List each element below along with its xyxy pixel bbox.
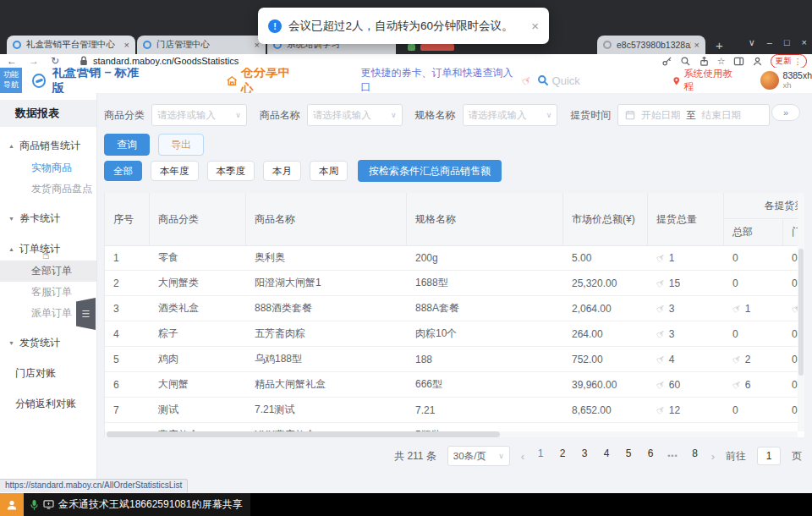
side-panel-icon[interactable] <box>733 56 744 67</box>
warehouse-share-center-link[interactable]: 仓分享中心 <box>226 68 300 96</box>
page-button[interactable]: 6 <box>645 447 656 464</box>
table-cell: 阳澄湖大闸蟹1 <box>246 271 407 295</box>
table-cell: ☞2 <box>724 347 783 371</box>
minimize-button[interactable]: – <box>767 37 772 48</box>
fn-nav-line1: 功能 <box>0 70 22 80</box>
tutorial-link[interactable]: 系统使用教程 <box>672 68 740 93</box>
next-page-button[interactable]: › <box>711 450 715 463</box>
filter-collapse-button[interactable]: » <box>771 104 800 121</box>
table-header: 序号 商品分类 商品名称 规格名称 市场价总额(¥) 提货总量 各提货渠道 总部… <box>105 193 804 245</box>
sidebar-item[interactable]: 全部订单 <box>0 261 96 282</box>
range-tab[interactable]: 本年度 <box>151 161 199 181</box>
extension-icon[interactable] <box>408 44 415 51</box>
forward-icon[interactable]: → <box>29 55 39 67</box>
sidebar-item[interactable]: 客服订单 <box>0 282 96 303</box>
sidebar-item[interactable]: 分销返利对账 <box>0 392 96 415</box>
key-icon[interactable] <box>661 56 672 67</box>
toast-message: 会议已超过2人，自动转为60分钟限时会议。 <box>288 19 526 34</box>
table-row: 7测试7.21测试7.218,652.00☞1200 <box>105 398 804 423</box>
summary-button[interactable]: 按检索条件汇总商品销售额 <box>358 160 502 182</box>
chrome-update-button[interactable]: 更新 ⋮ <box>771 54 808 69</box>
user-account[interactable]: 8385xh xh <box>760 71 812 90</box>
export-button[interactable]: 导出 <box>158 134 204 156</box>
filter-label: 商品名称 <box>260 108 300 123</box>
close-button[interactable]: × <box>802 37 807 48</box>
new-tab-button[interactable]: + <box>716 38 723 52</box>
share-icon[interactable] <box>699 56 710 67</box>
browser-tab[interactable]: 礼盒营销平台管理中心× <box>7 36 135 54</box>
prev-page-button[interactable]: ‹ <box>521 450 524 463</box>
sidebar-item[interactable]: 门店对账 <box>0 361 96 385</box>
chevron-down-icon: ∨ <box>546 111 552 119</box>
zoom-icon[interactable] <box>680 56 691 67</box>
tab-title: e8c573980b1328a258fd2e6 <box>617 40 691 50</box>
table-cell: 1688型 <box>407 271 563 295</box>
horizontal-scrollbar[interactable] <box>105 431 798 437</box>
page-button[interactable]: 3 <box>579 447 590 464</box>
range-tab[interactable]: 全部 <box>104 161 142 181</box>
filter-select[interactable]: 请选择或输入∨ <box>307 104 403 126</box>
cell-value: 3 <box>669 303 675 315</box>
page-button[interactable]: 5 <box>623 447 634 464</box>
sidebar-item[interactable]: 发货商品盘点 <box>0 178 96 200</box>
search-button[interactable]: 查询 <box>104 134 150 156</box>
range-tab[interactable]: 本季度 <box>207 161 255 181</box>
sidebar-section[interactable]: ▼券卡统计 <box>0 206 96 230</box>
goods-table: 序号 商品分类 商品名称 规格名称 市场价总额(¥) 提货总量 各提货渠道 总部… <box>104 193 804 437</box>
page-size-select[interactable]: 30条/页 ∨ <box>447 446 510 466</box>
back-icon[interactable]: ← <box>7 55 17 67</box>
page-button[interactable]: 1 <box>535 447 546 464</box>
share-status-pill: 金禾通技术王斌18662591081的屏幕共享 <box>24 493 250 516</box>
filter-select[interactable]: 请选择或输入∨ <box>463 104 558 126</box>
table-body: 1零食奥利奥200g5.00☞1002大闸蟹类阳澄湖大闸蟹11688型25,32… <box>105 245 804 437</box>
sidebar-collapse-handle[interactable]: ☰ <box>76 298 96 330</box>
quick-label[interactable]: Quick <box>552 74 580 87</box>
scrollbar-thumb[interactable] <box>107 431 500 437</box>
tab-close-icon[interactable]: × <box>124 40 129 50</box>
url-text[interactable]: standard.maboy.cn/GoodsStatistics <box>93 56 239 66</box>
avatar <box>760 71 779 90</box>
reload-icon[interactable]: ↻ <box>51 55 59 67</box>
vertical-scrollbar[interactable] <box>798 193 804 431</box>
range-tab[interactable]: 本月 <box>263 161 301 181</box>
page-button[interactable]: 8 <box>690 447 700 464</box>
page-button[interactable]: 4 <box>601 447 612 464</box>
sidebar-section-label: 商品销售统计 <box>19 139 80 153</box>
bookmark-star-icon[interactable]: ☆ <box>717 56 726 67</box>
date-range-picker[interactable]: 开始日期 至 结束日期 <box>617 104 770 126</box>
table-cell: 5 <box>105 347 150 371</box>
profile-icon[interactable] <box>752 56 763 67</box>
sidebar-section[interactable]: ▼发货统计 <box>0 331 96 354</box>
caret-icon: ▲ <box>8 246 14 252</box>
page-button[interactable]: ••• <box>667 447 678 464</box>
table-cell: ☞3 <box>648 296 724 321</box>
table-cell: 752.00 <box>563 347 648 371</box>
table-cell: ☞6 <box>724 372 783 397</box>
browser-tab-hash[interactable]: e8c573980b1328a258fd2e6 × <box>597 36 705 54</box>
toast-close-icon[interactable]: × <box>531 19 539 33</box>
function-nav-button[interactable]: 功能 导航 <box>0 68 22 93</box>
date-end-placeholder[interactable]: 结束日期 <box>702 109 741 122</box>
tab-search-icon[interactable]: ∨ <box>749 37 755 48</box>
sidebar-section[interactable]: ▲商品销售统计 <box>0 134 96 157</box>
sidebar-item[interactable]: 实物商品 <box>0 157 96 178</box>
window-controls: ∨ – □ × <box>749 37 807 48</box>
range-tab[interactable]: 本周 <box>310 161 348 181</box>
date-to-label: 至 <box>686 109 696 122</box>
date-start-placeholder[interactable]: 开始日期 <box>641 109 680 122</box>
table-cell: 188 <box>407 347 563 371</box>
page-size-value: 30条/页 <box>453 450 486 463</box>
table-cell: ☞15 <box>648 271 724 295</box>
page-button[interactable]: 2 <box>557 447 568 464</box>
extension-icon[interactable] <box>420 44 454 51</box>
goto-page-input[interactable] <box>757 447 781 465</box>
scrollbar-thumb[interactable] <box>798 249 804 376</box>
maximize-button[interactable]: □ <box>784 37 790 48</box>
tab-close-icon[interactable]: × <box>694 40 700 50</box>
filter-select[interactable]: 请选择或输入∨ <box>151 104 247 126</box>
table-cell: 大闸蟹类 <box>150 271 246 295</box>
table-cell: ☞1 <box>724 296 783 321</box>
browser-tab[interactable]: 门店管理中心× <box>137 36 266 54</box>
quick-search-icon[interactable] <box>537 74 549 86</box>
table-row: 4粽子五芳斋肉粽肉粽10个264.00☞300 <box>105 321 804 347</box>
